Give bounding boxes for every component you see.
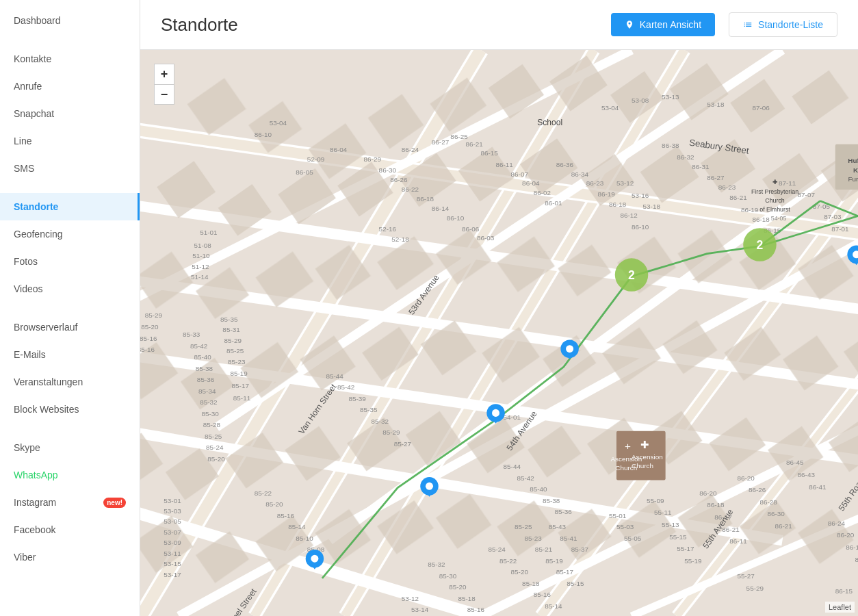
svg-text:85-32: 85-32: [372, 418, 389, 425]
svg-text:87-03: 87-03: [824, 213, 842, 220]
svg-text:85-32: 85-32: [200, 398, 218, 406]
svg-text:85-16: 85-16: [140, 335, 157, 342]
sidebar-item-geofencing[interactable]: Geofencing: [0, 220, 140, 248]
svg-text:86-18: 86-18: [417, 195, 434, 203]
sidebar-item-line[interactable]: Line: [0, 127, 140, 155]
sidebar-divider: [0, 303, 140, 313]
map-view-label: Karten Ansicht: [640, 19, 701, 30]
sidebar-item-viber[interactable]: Viber: [0, 543, 140, 571]
svg-text:of Elmhurst: of Elmhurst: [759, 206, 790, 213]
svg-text:Furniture: Furniture: [848, 175, 858, 183]
svg-point-291: [311, 555, 318, 563]
svg-text:86-29: 86-29: [364, 155, 382, 163]
svg-text:55-11: 55-11: [654, 509, 672, 516]
svg-text:53-12: 53-12: [616, 179, 634, 187]
svg-text:85-17: 85-17: [232, 382, 250, 389]
svg-text:85-34: 85-34: [198, 387, 216, 395]
sidebar-item-label: Geofencing: [14, 229, 63, 240]
sidebar-item-label: Fotos: [14, 256, 38, 267]
svg-text:85-20: 85-20: [265, 500, 283, 508]
svg-text:86-30: 86-30: [379, 166, 397, 174]
sidebar-item-dashboard[interactable]: Dashboard: [0, 7, 140, 34]
sidebar-item-kontakte[interactable]: Kontakte: [0, 45, 140, 73]
sidebar-item-emails[interactable]: E-Mails: [0, 341, 140, 368]
sidebar-item-facebook[interactable]: Facebook: [0, 516, 140, 543]
svg-text:86-11: 86-11: [729, 537, 747, 545]
sidebar-item-label: Browserverlauf: [14, 322, 77, 333]
svg-text:Church: Church: [765, 197, 785, 204]
sidebar-item-label: Line: [14, 136, 31, 146]
svg-text:55-15: 55-15: [669, 533, 687, 541]
map-view-button[interactable]: Karten Ansicht: [611, 13, 715, 36]
sidebar-item-anrufe[interactable]: Anrufe: [0, 73, 140, 100]
svg-text:85-27: 85-27: [394, 440, 412, 448]
sidebar-item-standorte[interactable]: Standorte: [0, 193, 140, 220]
svg-text:85-44: 85-44: [326, 372, 343, 380]
svg-text:55-17: 55-17: [677, 545, 694, 552]
svg-text:85-35: 85-35: [360, 406, 378, 413]
svg-text:85-42: 85-42: [190, 342, 208, 350]
svg-text:85-23: 85-23: [228, 358, 246, 365]
main-content: Standorte Karten Ansicht Standorte-Liste: [140, 0, 858, 616]
svg-text:First Presbyterian: First Presbyterian: [751, 188, 798, 195]
svg-text:85-25: 85-25: [226, 347, 244, 355]
svg-text:Koos: Koos: [853, 166, 858, 174]
svg-text:85-41: 85-41: [560, 535, 577, 542]
svg-text:85-19: 85-19: [230, 370, 248, 377]
svg-text:86-06: 86-06: [462, 225, 480, 233]
svg-text:53-07: 53-07: [164, 528, 181, 536]
zoom-out-button[interactable]: −: [154, 84, 174, 105]
svg-text:55-09: 55-09: [647, 497, 664, 504]
svg-text:86-45: 86-45: [786, 459, 804, 466]
svg-text:86-27: 86-27: [432, 138, 450, 146]
sidebar-item-whatsapp[interactable]: WhatsApp: [0, 461, 140, 489]
svg-text:53-05: 53-05: [164, 517, 181, 525]
svg-text:86-03: 86-03: [477, 234, 495, 242]
svg-text:86-10: 86-10: [447, 214, 465, 222]
map-container[interactable]: 86-24 86-27 86-25 86-21 86-15 86-11 86-0…: [140, 50, 858, 616]
sidebar-item-browserverlauf[interactable]: Browserverlauf: [0, 313, 140, 341]
sidebar-divider: [0, 182, 140, 193]
svg-text:87-06: 87-06: [752, 104, 770, 112]
sidebar-item-instagram[interactable]: Instagramnew!: [0, 489, 140, 516]
svg-text:53-08: 53-08: [632, 97, 649, 104]
svg-text:85-20: 85-20: [449, 583, 467, 591]
sidebar-divider: [0, 34, 140, 45]
zoom-in-button[interactable]: +: [154, 64, 174, 84]
svg-text:85-44: 85-44: [504, 463, 521, 470]
list-view-button[interactable]: Standorte-Liste: [729, 12, 837, 37]
svg-text:86-18: 86-18: [609, 201, 627, 208]
svg-text:55-29: 55-29: [746, 585, 764, 592]
sidebar: DashboardKontakteAnrufeSnapchatLineSMSSt…: [0, 0, 140, 616]
svg-text:55-05: 55-05: [624, 535, 642, 542]
sidebar-item-block-websites[interactable]: Block Websites: [0, 396, 140, 423]
svg-text:85-19: 85-19: [545, 557, 563, 565]
map-svg: 86-24 86-27 86-25 86-21 86-15 86-11 86-0…: [140, 50, 858, 616]
svg-text:86-11: 86-11: [496, 161, 514, 168]
svg-text:85-25: 85-25: [205, 433, 222, 440]
svg-text:85-40: 85-40: [530, 485, 547, 493]
svg-text:86-20: 86-20: [699, 489, 717, 497]
svg-text:Church: Church: [632, 462, 653, 470]
svg-text:55-27: 55-27: [737, 572, 755, 580]
svg-text:86-21: 86-21: [465, 140, 483, 148]
svg-text:85-36: 85-36: [197, 376, 215, 383]
sidebar-item-label: SMS: [14, 163, 34, 174]
sidebar-item-veranstaltungen[interactable]: Veranstaltungen: [0, 368, 140, 396]
svg-text:86-20: 86-20: [737, 474, 755, 482]
sidebar-item-label: Dashboard: [14, 15, 61, 26]
sidebar-item-fotos[interactable]: Fotos: [0, 248, 140, 275]
sidebar-item-skype[interactable]: Skype: [0, 434, 140, 461]
list-icon: [743, 20, 753, 29]
svg-text:✚: ✚: [640, 439, 649, 450]
svg-text:86-27: 86-27: [707, 174, 725, 181]
svg-text:85-24: 85-24: [489, 546, 506, 553]
svg-text:53-09: 53-09: [164, 539, 181, 546]
sidebar-item-videos[interactable]: Videos: [0, 275, 140, 303]
sidebar-item-sms[interactable]: SMS: [0, 155, 140, 182]
sidebar-item-snapchat[interactable]: Snapchat: [0, 100, 140, 127]
svg-text:53-13: 53-13: [662, 93, 679, 101]
svg-text:85-16: 85-16: [534, 591, 551, 598]
sidebar-item-label: Skype: [14, 442, 40, 453]
svg-text:85-38: 85-38: [196, 365, 213, 372]
